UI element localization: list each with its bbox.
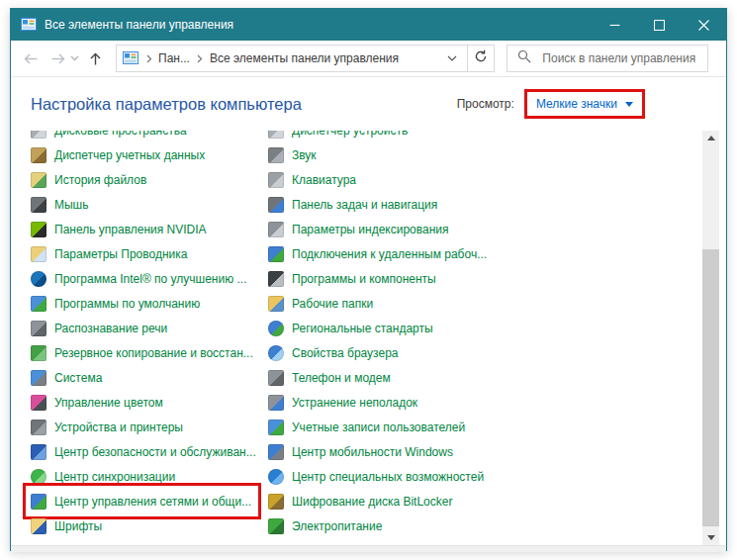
devices-printers-item[interactable]: Устройства и принтеры: [31, 415, 189, 439]
work-folders-item[interactable]: Рабочие папки: [268, 291, 379, 316]
backup-restore-icon: [31, 345, 46, 361]
control-panel-location-icon: [123, 50, 138, 66]
network-sharing-center-item[interactable]: Центр управления сетями и общи...: [31, 489, 257, 513]
address-bar[interactable]: Пан... Все элементы панели управления: [116, 45, 468, 72]
devices-printers-icon: [31, 420, 46, 435]
taskbar-navigation-icon: [268, 197, 284, 213]
fonts-item[interactable]: Шрифты: [31, 513, 108, 538]
item-label: Центр специальных возможностей: [292, 470, 484, 484]
item-label: Центр управления сетями и общи...: [54, 495, 251, 509]
taskbar-navigation-item[interactable]: Панель задач и навигация: [268, 192, 443, 217]
item-label: Электропитание: [292, 519, 382, 533]
bitlocker-icon: [268, 494, 284, 510]
indexing-options-item[interactable]: Параметры индексирования: [268, 217, 454, 241]
sync-center-icon: [31, 469, 46, 485]
item-label: Клавиатура: [292, 173, 356, 187]
close-button[interactable]: [682, 9, 726, 41]
items-column-right: Диспетчер устройствЗвукКлавиатураПанель …: [268, 131, 693, 538]
refresh-icon: [474, 49, 488, 67]
window-footer: [11, 545, 726, 552]
sound-item[interactable]: Звук: [268, 142, 322, 167]
storage-spaces-item[interactable]: Дисковые пространства: [31, 131, 193, 142]
ease-of-access-item[interactable]: Центр специальных возможностей: [268, 464, 490, 489]
item-label: Диспетчер учетных данных: [54, 148, 205, 162]
item-label: Параметры индексирования: [292, 223, 448, 236]
item-label: Шифрование диска BitLocker: [292, 495, 452, 509]
keyboard-item[interactable]: Клавиатура: [268, 167, 362, 192]
breadcrumb-chevron-icon[interactable]: [197, 54, 203, 63]
address-dropdown-icon[interactable]: [447, 55, 457, 62]
minimize-button[interactable]: [593, 9, 637, 41]
history-chevron-icon[interactable]: [70, 55, 79, 61]
item-label: Шрифты: [54, 519, 102, 533]
items-area: Дисковые пространстваДиспетчер учетных д…: [11, 131, 726, 545]
forward-icon[interactable]: [49, 50, 66, 67]
regional-standards-item[interactable]: Региональные стандарты: [268, 316, 439, 340]
phone-modem-item[interactable]: Телефон и модем: [268, 365, 397, 390]
scroll-down-button[interactable]: [702, 530, 719, 545]
item-label: Свойства браузера: [292, 346, 399, 360]
system-item[interactable]: Система: [31, 365, 108, 390]
power-options-item[interactable]: Электропитание: [268, 513, 388, 538]
regional-standards-icon: [268, 321, 284, 336]
search-box[interactable]: [507, 45, 708, 72]
item-label: Устройства и принтеры: [54, 420, 183, 434]
view-dropdown[interactable]: Мелкие значки: [524, 89, 645, 119]
control-panel-window: Все элементы панели управления: [10, 8, 727, 551]
programs-features-item[interactable]: Программы и компоненты: [268, 266, 442, 291]
credential-manager-item[interactable]: Диспетчер учетных данных: [31, 142, 211, 167]
refresh-button[interactable]: [468, 45, 496, 72]
file-history-item[interactable]: История файлов: [31, 167, 152, 192]
search-input[interactable]: [540, 50, 701, 66]
scrollbar-thumb[interactable]: [702, 249, 719, 526]
page-header: Настройка параметров компьютера Просмотр…: [11, 77, 726, 131]
troubleshooting-item[interactable]: Устранение неполадок: [268, 390, 423, 415]
color-management-item[interactable]: Управление цветом: [31, 390, 169, 415]
backup-restore-item[interactable]: Резервное копирование и восстан...: [31, 340, 259, 365]
items-column-left: Дисковые пространстваДиспетчер учетных д…: [31, 131, 268, 538]
mobility-center-icon: [268, 444, 284, 460]
keyboard-icon: [268, 172, 284, 188]
bitlocker-item[interactable]: Шифрование диска BitLocker: [268, 489, 458, 513]
breadcrumb-segment-parent[interactable]: Пан...: [156, 51, 192, 65]
explorer-options-item[interactable]: Параметры Проводника: [31, 241, 193, 266]
back-icon[interactable]: [23, 50, 40, 67]
mouse-item[interactable]: Мышь: [31, 192, 95, 217]
user-accounts-icon: [268, 420, 284, 435]
breadcrumb-segment-current[interactable]: Все элементы панели управления: [208, 51, 401, 65]
credential-manager-icon: [31, 147, 46, 163]
device-manager-icon: [268, 131, 284, 139]
device-manager-item[interactable]: Диспетчер устройств: [268, 131, 414, 142]
breadcrumb-chevron-icon[interactable]: [146, 54, 152, 63]
titlebar[interactable]: Все элементы панели управления: [11, 9, 726, 41]
fonts-icon: [31, 518, 46, 534]
item-label: Рабочие папки: [292, 297, 373, 311]
navigation-bar: Пан... Все элементы панели управления: [11, 41, 726, 77]
security-maintenance-item[interactable]: Центр безопасности и обслуживан...: [31, 439, 262, 464]
window-controls: [593, 9, 726, 41]
nvidia-control-panel-icon: [31, 222, 46, 237]
item-label: Дисковые пространства: [54, 131, 187, 138]
security-maintenance-icon: [31, 444, 46, 460]
sound-icon: [268, 147, 284, 163]
item-label: Мышь: [54, 198, 89, 212]
internet-options-icon: [268, 345, 284, 361]
phone-modem-icon: [268, 370, 284, 386]
item-label: Звук: [292, 148, 317, 162]
network-sharing-center-icon: [31, 494, 46, 510]
sync-center-item[interactable]: Центр синхронизации: [31, 464, 181, 489]
nvidia-control-panel-item[interactable]: Панель управления NVIDIA: [31, 217, 213, 241]
default-programs-item[interactable]: Программы по умолчанию: [31, 291, 206, 316]
item-label: Система: [54, 371, 102, 385]
internet-options-item[interactable]: Свойства браузера: [268, 340, 405, 365]
scrollbar[interactable]: [702, 131, 719, 545]
intel-program-item[interactable]: Программа Intel® по улучшению ...: [31, 266, 253, 291]
remote-desktop-connections-item[interactable]: Подключения к удаленным рабоч...: [268, 241, 493, 266]
maximize-button[interactable]: [637, 9, 682, 41]
mobility-center-item[interactable]: Центр мобильности Windows: [268, 439, 459, 464]
user-accounts-item[interactable]: Учетные записи пользователей: [268, 415, 471, 439]
speech-recognition-item[interactable]: Распознавание речи: [31, 316, 173, 340]
view-selector-group: Просмотр: Мелкие значки: [457, 89, 645, 119]
up-icon[interactable]: [87, 50, 104, 67]
scroll-up-button[interactable]: [702, 131, 719, 145]
